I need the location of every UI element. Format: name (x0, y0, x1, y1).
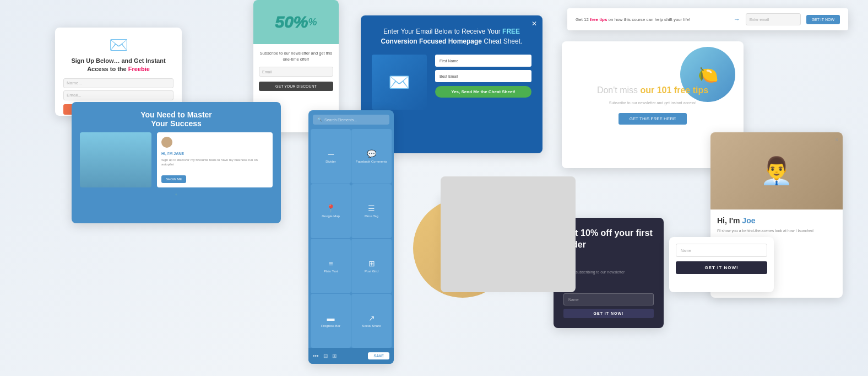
master-header: You Need to Master Your Success (72, 102, 281, 132)
tips101-title: Don't miss our 101 free tips (597, 85, 708, 95)
joe-greeting: Hi, I'm Joe (717, 216, 836, 225)
dots-icon: ••• (313, 353, 319, 359)
element-item-moretag[interactable]: ☰ More Tag (351, 184, 392, 239)
element-item-postgrid[interactable]: ⊞ Post Grid (351, 239, 392, 293)
divider-icon: ⸺ (327, 149, 335, 158)
getit-card: Name GET IT NOW! (669, 237, 774, 292)
lemon-icon: 🍋 (698, 65, 718, 84)
getit-name-placeholder: Name (681, 249, 691, 253)
person-icon: 👨‍💼 (760, 155, 793, 186)
topbar-text: Get 12 free tips on how this course can … (576, 17, 728, 22)
element-item-facebook[interactable]: 💬 Facebook Comments (351, 129, 392, 184)
element-item-plaintext[interactable]: ≡ Plain Text (311, 239, 351, 293)
topbar-email-field[interactable]: Enter email (746, 13, 801, 25)
getit-name-field[interactable]: Name (676, 244, 767, 257)
close-icon[interactable]: ✕ (531, 20, 537, 28)
envelope-icon: ✉️ (388, 72, 410, 93)
tips101-cta-button[interactable]: GET THIS FREE HERE (619, 113, 687, 125)
element-label-socialshare: Social Share (362, 324, 381, 327)
post-grid-icon: ⊞ (368, 259, 375, 268)
master-person-name: HI, I'M JANE (161, 152, 268, 155)
element-label-googlemap: Google Map (322, 214, 340, 218)
percent10-cta-button[interactable]: GET IT NOW! (563, 309, 654, 318)
email-placeholder: Email... (67, 93, 82, 98)
name-field[interactable]: Name... (63, 78, 173, 88)
master-person-text: Sign up to discover my favourite tools t… (161, 158, 268, 167)
cheatsheet-email-placeholder: Best Email (440, 74, 458, 78)
elements-footer: ••• ⊟ ⊞ SAVE (308, 348, 394, 364)
percent10-headline: Get 10% off your first order (563, 228, 654, 251)
discount-description: Subscribe to our newsletter and get this… (259, 51, 333, 62)
element-item-divider[interactable]: ⸺ Divider (311, 129, 351, 184)
percent10-description: just by subscribing to our newsletter (563, 270, 654, 274)
save-button[interactable]: SAVE (368, 352, 389, 359)
grid-icon: ⊞ (332, 353, 337, 359)
master-title: You Need to Master Your Success (83, 110, 270, 128)
tips101-description: Subscribe to our newsletter and get inst… (609, 101, 696, 105)
elements-sidebar: 🔍 Search Elements... ⸺ Divider 💬 Faceboo… (308, 110, 394, 364)
cheatsheet-firstname-field[interactable]: First Name (435, 55, 531, 67)
element-label-progressbar: Progress Bar (321, 324, 340, 327)
topbar-cta-button[interactable]: GET IT NOW (806, 15, 840, 24)
show-me-button[interactable]: SHOW ME (161, 175, 186, 183)
email-field[interactable]: Email... (63, 90, 173, 100)
master-avatar (161, 137, 172, 148)
discount-email-placeholder: Email (262, 70, 272, 74)
cheatsheet-envelope-img: ✉️ (372, 55, 427, 110)
master-image (80, 132, 151, 187)
master-profile-card: HI, I'M JANE Sign up to discover my favo… (157, 132, 273, 187)
facebook-comments-icon: 💬 (367, 149, 376, 158)
topbar-card: Get 12 free tips on how this course can … (567, 8, 848, 30)
topbar-email-placeholder: Enter email (750, 18, 769, 22)
get-discount-button[interactable]: GET YOUR DISCOUNT (259, 82, 333, 91)
elements-grid: ⸺ Divider 💬 Facebook Comments 📍 Google M… (308, 129, 394, 348)
search-icon: 🔍 (317, 117, 322, 122)
firstname-placeholder: First Name (440, 59, 458, 63)
percent10-name-placeholder: Name (568, 298, 579, 302)
discount-headline: 50% (275, 13, 308, 31)
element-label-plaintext: Plain Text (324, 270, 338, 273)
email-envelope-icon: ✉️ (63, 36, 173, 54)
progress-bar-icon: ▬ (327, 314, 335, 323)
grey-bg-inner-card (441, 176, 576, 292)
element-item-progressbar[interactable]: ▬ Progress Bar (311, 294, 351, 348)
google-map-icon: 📍 (326, 204, 335, 213)
percent10-name-field[interactable]: Name (563, 293, 654, 305)
joe-description: I'll show you a behind-the-scenes look a… (717, 228, 836, 234)
element-label-postgrid: Post Grid (365, 270, 378, 273)
elements-search-box[interactable]: 🔍 Search Elements... (313, 115, 389, 125)
carousel-dots: ● (72, 187, 281, 201)
send-cheatsheet-button[interactable]: Yes, Send Me the Cheat Sheet! (435, 86, 531, 98)
joe-portrait-img: 👨‍💼 (710, 132, 843, 210)
footer-icons: ••• ⊟ ⊞ (313, 353, 337, 359)
social-share-icon: ↗ (368, 314, 375, 323)
master-card: You Need to Master Your Success HI, I'M … (72, 102, 281, 223)
signup-title: Sign Up Below… and Get Instant Access to… (63, 57, 173, 74)
element-label-moretag: More Tag (365, 214, 378, 218)
plain-text-icon: ≡ (328, 259, 333, 268)
cheatsheet-headline: Enter Your Email Below to Receive Your F… (372, 26, 531, 46)
element-label-facebook: Facebook Comments (356, 160, 387, 163)
element-item-socialshare[interactable]: ↗ Social Share (351, 294, 392, 348)
discount-header: 50% % (253, 0, 339, 44)
getit-cta-button[interactable]: GET IT NOW! (676, 261, 767, 274)
discount-email-field[interactable]: Email (259, 67, 333, 77)
name-placeholder: Name... (67, 80, 82, 85)
joe-close-icon[interactable]: × (835, 137, 838, 143)
arrow-icon: → (734, 15, 740, 23)
cheatsheet-email-field[interactable]: Best Email (435, 70, 531, 82)
more-tag-icon: ☰ (368, 204, 375, 213)
elements-search-placeholder: Search Elements... (324, 118, 357, 122)
element-item-googlemap[interactable]: 📍 Google Map (311, 184, 351, 239)
element-label-divider: Divider (326, 160, 336, 163)
layout-icon: ⊟ (323, 353, 328, 359)
